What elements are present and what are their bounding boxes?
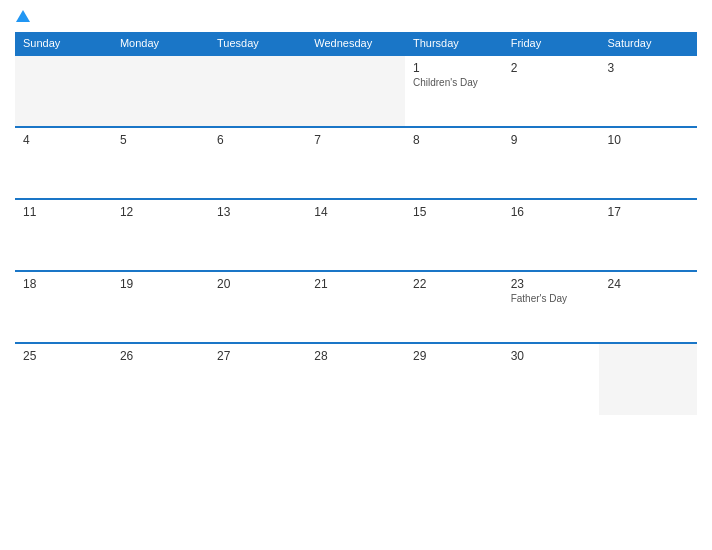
- day-number: 27: [217, 349, 298, 363]
- calendar-day-cell: 28: [306, 343, 405, 415]
- calendar-day-cell: 2: [503, 55, 600, 127]
- day-number: 14: [314, 205, 397, 219]
- calendar-week-row: 181920212223Father's Day24: [15, 271, 697, 343]
- calendar-day-cell: 25: [15, 343, 112, 415]
- day-number: 19: [120, 277, 201, 291]
- calendar-day-cell: 15: [405, 199, 503, 271]
- day-number: 6: [217, 133, 298, 147]
- calendar-day-cell: 30: [503, 343, 600, 415]
- day-number: 20: [217, 277, 298, 291]
- calendar-day-cell: 7: [306, 127, 405, 199]
- day-number: 13: [217, 205, 298, 219]
- day-number: 23: [511, 277, 592, 291]
- calendar-day-cell: 23Father's Day: [503, 271, 600, 343]
- calendar-day-cell: 19: [112, 271, 209, 343]
- calendar-week-row: 252627282930: [15, 343, 697, 415]
- calendar-day-cell: 24: [599, 271, 697, 343]
- logo-line1: [15, 10, 30, 24]
- day-number: 18: [23, 277, 104, 291]
- day-number: 26: [120, 349, 201, 363]
- calendar-day-cell: 3: [599, 55, 697, 127]
- calendar-day-cell: 10: [599, 127, 697, 199]
- day-header-sunday: Sunday: [15, 32, 112, 55]
- day-number: 3: [607, 61, 689, 75]
- calendar-day-cell: 29: [405, 343, 503, 415]
- calendar-day-cell: 22: [405, 271, 503, 343]
- holiday-name: Father's Day: [511, 293, 592, 304]
- calendar-week-row: 11121314151617: [15, 199, 697, 271]
- day-number: 22: [413, 277, 495, 291]
- day-number: 8: [413, 133, 495, 147]
- calendar-day-cell: 1Children's Day: [405, 55, 503, 127]
- day-number: 28: [314, 349, 397, 363]
- calendar-day-cell: 16: [503, 199, 600, 271]
- calendar-day-cell: 6: [209, 127, 306, 199]
- calendar-day-cell: 13: [209, 199, 306, 271]
- day-number: 16: [511, 205, 592, 219]
- day-number: 10: [607, 133, 689, 147]
- calendar-header-row: SundayMondayTuesdayWednesdayThursdayFrid…: [15, 32, 697, 55]
- day-number: 2: [511, 61, 592, 75]
- calendar-day-cell: 4: [15, 127, 112, 199]
- calendar-day-cell: 17: [599, 199, 697, 271]
- calendar-table: SundayMondayTuesdayWednesdayThursdayFrid…: [15, 32, 697, 415]
- day-number: 30: [511, 349, 592, 363]
- day-number: 21: [314, 277, 397, 291]
- day-header-thursday: Thursday: [405, 32, 503, 55]
- calendar-day-cell: [306, 55, 405, 127]
- logo: [15, 10, 95, 24]
- page: SundayMondayTuesdayWednesdayThursdayFrid…: [0, 0, 712, 550]
- calendar-week-row: 45678910: [15, 127, 697, 199]
- day-number: 4: [23, 133, 104, 147]
- calendar-day-cell: [112, 55, 209, 127]
- calendar-day-cell: [599, 343, 697, 415]
- holiday-name: Children's Day: [413, 77, 495, 88]
- day-header-tuesday: Tuesday: [209, 32, 306, 55]
- day-number: 7: [314, 133, 397, 147]
- day-header-monday: Monday: [112, 32, 209, 55]
- calendar-day-cell: 27: [209, 343, 306, 415]
- calendar-day-cell: 11: [15, 199, 112, 271]
- day-number: 29: [413, 349, 495, 363]
- day-number: 9: [511, 133, 592, 147]
- calendar-day-cell: [15, 55, 112, 127]
- calendar-day-cell: 5: [112, 127, 209, 199]
- calendar-day-cell: 8: [405, 127, 503, 199]
- day-header-saturday: Saturday: [599, 32, 697, 55]
- calendar-day-cell: 21: [306, 271, 405, 343]
- header: [15, 10, 697, 24]
- day-header-wednesday: Wednesday: [306, 32, 405, 55]
- calendar-week-row: 1Children's Day23: [15, 55, 697, 127]
- calendar-day-cell: [209, 55, 306, 127]
- calendar-day-cell: 12: [112, 199, 209, 271]
- calendar-day-cell: 18: [15, 271, 112, 343]
- day-header-friday: Friday: [503, 32, 600, 55]
- day-number: 25: [23, 349, 104, 363]
- day-number: 1: [413, 61, 495, 75]
- calendar-day-cell: 20: [209, 271, 306, 343]
- day-number: 24: [607, 277, 689, 291]
- calendar-day-cell: 9: [503, 127, 600, 199]
- day-number: 12: [120, 205, 201, 219]
- day-number: 5: [120, 133, 201, 147]
- calendar-day-cell: 14: [306, 199, 405, 271]
- day-number: 17: [607, 205, 689, 219]
- day-number: 11: [23, 205, 104, 219]
- logo-triangle-icon: [16, 10, 30, 22]
- day-number: 15: [413, 205, 495, 219]
- calendar-day-cell: 26: [112, 343, 209, 415]
